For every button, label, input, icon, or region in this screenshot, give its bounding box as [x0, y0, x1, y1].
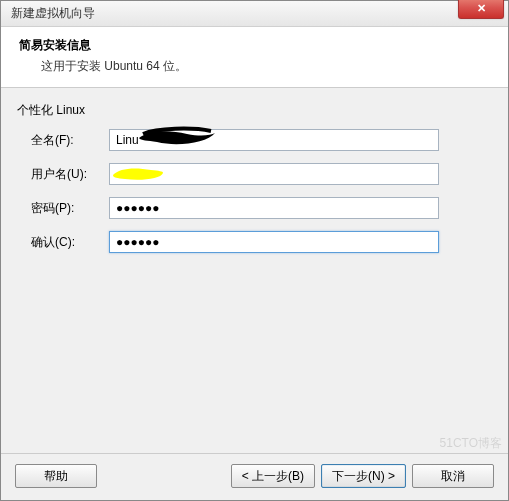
- label-password: 密码(P):: [17, 200, 109, 217]
- input-password[interactable]: [109, 197, 439, 219]
- header-subtitle: 这用于安装 Ubuntu 64 位。: [19, 58, 490, 75]
- wizard-dialog: 新建虚拟机向导 ✕ 简易安装信息 这用于安装 Ubuntu 64 位。 个性化 …: [0, 0, 509, 501]
- label-fullname: 全名(F):: [17, 132, 109, 149]
- label-username: 用户名(U):: [17, 166, 109, 183]
- input-confirm[interactable]: [109, 231, 439, 253]
- close-icon: ✕: [477, 2, 486, 15]
- cancel-button[interactable]: 取消: [412, 464, 494, 488]
- field-fullname: 全名(F):: [17, 129, 492, 151]
- help-button[interactable]: 帮助: [15, 464, 97, 488]
- section-title: 个性化 Linux: [17, 102, 492, 119]
- field-confirm: 确认(C):: [17, 231, 492, 253]
- next-button[interactable]: 下一步(N) >: [321, 464, 406, 488]
- close-button[interactable]: ✕: [458, 0, 504, 19]
- header-title: 简易安装信息: [19, 37, 490, 54]
- input-username[interactable]: [109, 163, 439, 185]
- titlebar: 新建虚拟机向导 ✕: [1, 1, 508, 27]
- back-button[interactable]: < 上一步(B): [231, 464, 315, 488]
- field-password: 密码(P):: [17, 197, 492, 219]
- header-pane: 简易安装信息 这用于安装 Ubuntu 64 位。: [1, 27, 508, 88]
- label-confirm: 确认(C):: [17, 234, 109, 251]
- content-pane: 个性化 Linux 全名(F): 用户名(U): 密码(P):: [1, 88, 508, 453]
- field-username: 用户名(U):: [17, 163, 492, 185]
- window-title: 新建虚拟机向导: [11, 5, 95, 22]
- button-bar: 帮助 < 上一步(B) 下一步(N) > 取消: [1, 453, 508, 500]
- input-fullname[interactable]: [109, 129, 439, 151]
